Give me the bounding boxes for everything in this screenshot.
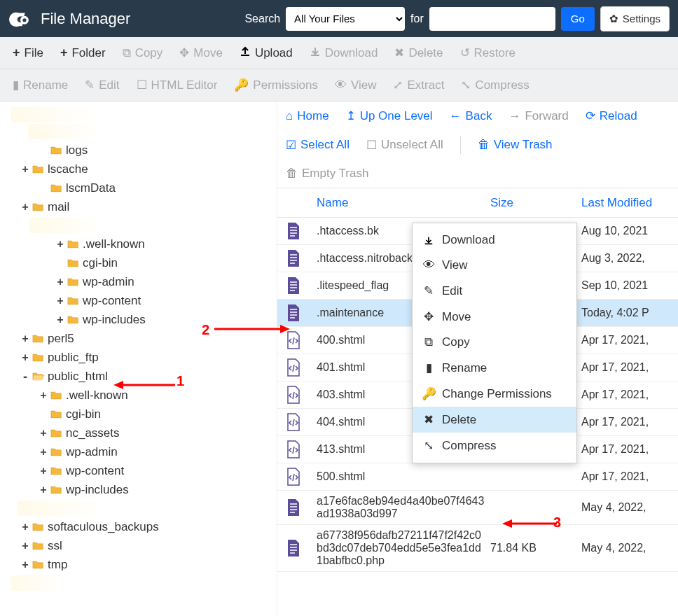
tree-item-wp-content[interactable]: +wp-content (4, 291, 277, 310)
tree-toggle[interactable]: - (20, 370, 31, 383)
upload-button[interactable]: Upload (233, 41, 300, 64)
new-file-button[interactable]: +File (6, 41, 50, 64)
tree-item-lscmData[interactable]: lscmData (4, 178, 277, 197)
download-button[interactable]: Download (303, 41, 385, 64)
tree-label[interactable]: wp-content (66, 464, 124, 478)
tree-label[interactable]: lscache (48, 162, 88, 176)
tree-toggle[interactable]: + (20, 201, 31, 214)
tree-toggle[interactable]: + (20, 521, 31, 533)
tree-label[interactable]: wp-includes (83, 313, 146, 327)
tree-toggle[interactable]: + (55, 276, 66, 288)
tree-item-lscache[interactable]: +lscache (4, 160, 277, 178)
tree-label[interactable]: .well-known (83, 237, 145, 251)
menu-move[interactable]: ✥Move (413, 304, 576, 330)
home-nav[interactable]: ⌂Home (286, 109, 329, 123)
copy-button[interactable]: ⧉Copy (116, 42, 170, 64)
tree-toggle[interactable]: + (20, 163, 31, 176)
rename-button[interactable]: ▮Rename (6, 74, 75, 97)
back-nav[interactable]: ←Back (450, 109, 492, 123)
tree-toggle[interactable]: + (20, 559, 31, 571)
tree-label[interactable]: nc_assets (66, 426, 120, 440)
tree-label[interactable]: wp-admin (83, 275, 134, 289)
tree-label[interactable]: wp-content (83, 294, 141, 308)
tree-label[interactable]: public_html (48, 370, 108, 384)
folder-tree[interactable]: logs+lscachelscmData+mail+.well-knowncgi… (0, 102, 277, 616)
folder-icon (32, 559, 45, 570)
tree-label[interactable]: cgi-bin (83, 256, 118, 270)
settings-button[interactable]: ✿Settings (600, 6, 670, 31)
tree-item-public_ftp[interactable]: +public_ftp (4, 348, 277, 367)
tree-item-mail[interactable]: +mail (4, 197, 277, 216)
col-name[interactable]: Name (317, 196, 490, 210)
menu-copy[interactable]: ⧉Copy (413, 330, 576, 355)
tree-label[interactable]: lscmData (66, 181, 116, 195)
tree-label[interactable]: perl5 (48, 332, 74, 346)
search-scope-select[interactable]: All Your Files (286, 7, 405, 31)
tree-item-tmp[interactable]: +tmp (4, 555, 277, 574)
tree-toggle[interactable]: + (55, 314, 66, 326)
tree-toggle[interactable]: + (38, 465, 49, 477)
empty-trash-nav[interactable]: 🗑Empty Trash (286, 167, 670, 181)
move-button[interactable]: ✥Move (172, 41, 230, 64)
tree-item-wp-content[interactable]: +wp-content (4, 461, 277, 480)
forward-nav[interactable]: →Forward (509, 109, 568, 123)
tree-item-softaculous_backups[interactable]: +softaculous_backups (4, 517, 277, 536)
tree-toggle[interactable]: + (38, 446, 49, 458)
unselect-all-nav[interactable]: ☐Unselect All (366, 138, 443, 153)
file-row[interactable]: 500.shtmlApr 17, 2021, (277, 463, 678, 491)
tree-label[interactable]: wp-admin (66, 445, 118, 459)
tree-label[interactable]: wp-includes (66, 483, 129, 497)
menu-change-permissions[interactable]: 🔑Change Permissions (413, 381, 576, 407)
tree-toggle[interactable]: + (38, 484, 49, 496)
permissions-button[interactable]: 🔑Permissions (227, 74, 325, 97)
edit-button[interactable]: ✎Edit (78, 74, 126, 97)
search-input[interactable] (429, 7, 555, 31)
tree-toggle[interactable]: + (20, 351, 31, 364)
tree-toggle[interactable]: + (55, 238, 66, 251)
extract-button[interactable]: ⤢Extract (386, 74, 451, 97)
tree-item-wp-admin[interactable]: +wp-admin (4, 442, 277, 461)
html-editor-button[interactable]: ☐HTML Editor (130, 74, 225, 97)
reload-nav[interactable]: ⟳Reload (586, 108, 637, 123)
col-size[interactable]: Size (490, 196, 581, 210)
menu-rename[interactable]: ▮Rename (413, 355, 576, 381)
go-button[interactable]: Go (561, 7, 595, 31)
menu-compress[interactable]: ⤡Compress (413, 433, 576, 458)
tree-item-.well-known[interactable]: +.well-known (4, 234, 277, 253)
tree-label[interactable]: cgi-bin (66, 407, 101, 421)
compress-button[interactable]: ⤡Compress (454, 74, 536, 97)
menu-edit[interactable]: ✎Edit (413, 278, 576, 304)
file-row[interactable]: a67738f956dafb27211f47f2f42c0bd3dc07deb7… (277, 525, 678, 572)
tree-label[interactable]: public_ftp (48, 351, 99, 365)
tree-label[interactable]: tmp (48, 558, 67, 572)
menu-download[interactable]: Download (413, 227, 576, 253)
tree-item-nc_assets[interactable]: +nc_assets (4, 424, 277, 442)
view-trash-nav[interactable]: 🗑View Trash (478, 138, 553, 152)
tree-toggle[interactable]: + (20, 540, 31, 552)
tree-toggle[interactable]: + (38, 427, 49, 440)
tree-label[interactable]: ssl (48, 539, 62, 553)
menu-delete[interactable]: ✖Delete (413, 407, 576, 433)
file-row[interactable]: a17e6fac8eb94ed4a40be07f4643ad1938a03d99… (277, 491, 678, 525)
tree-toggle[interactable]: + (55, 295, 66, 307)
tree-item-wp-includes[interactable]: +wp-includes (4, 480, 277, 499)
tree-item-ssl[interactable]: +ssl (4, 536, 277, 555)
tree-toggle[interactable]: + (20, 332, 31, 345)
folder-icon (32, 540, 45, 551)
menu-view[interactable]: 👁View (413, 253, 576, 278)
tree-item-wp-admin[interactable]: +wp-admin (4, 272, 277, 291)
tree-label[interactable]: mail (48, 200, 69, 214)
restore-button[interactable]: ↺Restore (453, 41, 523, 64)
select-all-nav[interactable]: ☑Select All (286, 138, 350, 153)
tree-item-logs[interactable]: logs (4, 141, 277, 160)
up-nav[interactable]: ↥Up One Level (346, 108, 433, 123)
tree-item-cgi-bin[interactable]: cgi-bin (4, 405, 277, 424)
new-folder-button[interactable]: +Folder (53, 41, 113, 64)
tree-label[interactable]: softaculous_backups (48, 520, 159, 534)
col-modified[interactable]: Last Modified (581, 196, 670, 210)
tree-label[interactable]: logs (66, 144, 88, 158)
tree-item-cgi-bin[interactable]: cgi-bin (4, 253, 277, 272)
view-button[interactable]: 👁View (328, 74, 384, 97)
delete-button[interactable]: ✖Delete (387, 41, 450, 64)
tree-toggle[interactable]: + (38, 389, 49, 402)
